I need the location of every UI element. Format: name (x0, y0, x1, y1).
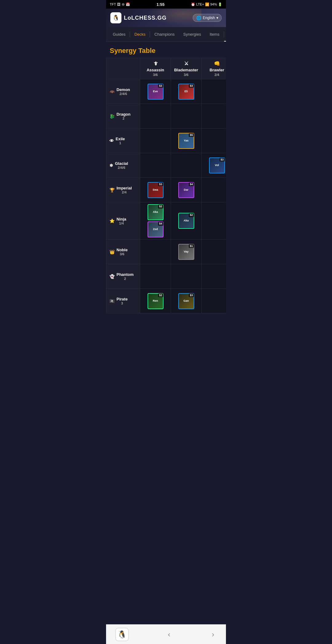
logo-text: LoLCHESS.GG (124, 15, 167, 21)
champion-cost: $5 (189, 133, 194, 137)
col-name-0: Assassin (147, 68, 164, 72)
row-count-1: 2 (117, 117, 131, 120)
col-count-1: 3/6 (184, 73, 188, 77)
app-name: TFT (110, 2, 116, 6)
row-header-demon: 🦇 Demon 2/4/6 (106, 79, 140, 104)
champion-card[interactable]: Aka$2 (178, 213, 194, 229)
row-name-0: Demon (117, 87, 130, 92)
col-header-brawler: 👊 Brawler 2/4 (202, 58, 226, 79)
row-icon-4: 🏆 (109, 188, 115, 193)
synergy-table: 🗡 Assassin 3/6 ⚔ Blademaster 3/6 👊 Brawl… (106, 58, 226, 313)
row-name-6: Noble (117, 248, 128, 252)
photo-icon: 🖼 (117, 2, 121, 6)
cell-1-2 (202, 104, 226, 129)
cell-6-1: Vay$1 (171, 240, 202, 264)
row-name-7: Phantom (117, 272, 134, 277)
nav-item-decks[interactable]: Decks (130, 27, 150, 42)
cell-4-0: Swa$3 (140, 178, 171, 202)
champion-card[interactable]: Eve$3 (148, 84, 164, 100)
row-icon-3: ❄ (109, 163, 113, 168)
champion-cost: $2 (189, 213, 194, 217)
row-header-dragon: 🐉 Dragon 2 (106, 104, 140, 129)
champion-card[interactable]: Aka$2 (148, 204, 164, 220)
champion-card[interactable]: Yas$5 (178, 133, 194, 149)
row-count-3: 2/4/6 (115, 166, 128, 169)
cell-4-2 (202, 178, 226, 202)
status-right: ⏰ LTE+ 📶 94% 🔋 (191, 2, 222, 6)
page-title: Synergy Table (106, 42, 226, 58)
nav-item-champions[interactable]: Champions (150, 27, 179, 42)
nav-item-cheat-sheet[interactable]: Cheat Sheet (224, 27, 226, 42)
champion-card[interactable]: Dar$4 (178, 182, 194, 198)
chevron-down-icon: ▾ (216, 16, 218, 20)
row-name-3: Glacial (115, 161, 128, 166)
cell-5-0: Aka$2Zed$4 (140, 202, 171, 240)
row-count-6: 3/6 (117, 252, 128, 256)
nav-item-synergies[interactable]: Synergies (179, 27, 205, 42)
cell-3-1 (171, 153, 202, 178)
champion-cost: $3 (158, 84, 163, 88)
row-icon-6: 👑 (109, 249, 115, 254)
champion-card[interactable]: Ren$2 (148, 293, 164, 309)
row-count-0: 2/4/6 (117, 92, 130, 96)
col-icon-2: 👊 (214, 61, 220, 66)
champion-card[interactable]: Vay$1 (178, 244, 194, 260)
row-name-4: Imperial (117, 186, 132, 190)
cell-0-0: Eve$3 (140, 79, 171, 104)
cell-1-1 (171, 104, 202, 129)
row-count-5: 1/4 (117, 221, 126, 225)
champion-card[interactable]: Zed$4 (148, 221, 164, 237)
row-header-glacial: ❄ Glacial 2/4/6 (106, 153, 140, 178)
logo: 🐧 LoLCHESS.GG (110, 12, 167, 23)
corner-cell (106, 58, 140, 79)
row-count-8: 3 (117, 301, 128, 305)
col-count-0: 3/6 (153, 73, 158, 77)
col-count-2: 2/4 (215, 73, 219, 77)
logo-icon: 🐧 (110, 12, 121, 23)
cell-2-0 (140, 129, 171, 153)
cell-8-0: Ren$2 (140, 289, 171, 313)
cell-7-0 (140, 264, 171, 289)
champion-cost: $2 (158, 293, 163, 297)
signal-icon: 📶 (205, 2, 209, 6)
nav-bar: GuidesDecksChampionsSynergiesItemsCheat … (106, 27, 226, 42)
battery-label: 94% (210, 2, 217, 6)
row-icon-7: 👻 (109, 274, 115, 279)
col-icon-1: ⚔ (184, 61, 188, 66)
cell-7-2 (202, 264, 226, 289)
cell-6-0 (140, 240, 171, 264)
champion-card[interactable]: Swa$3 (148, 182, 164, 198)
nav-item-guides[interactable]: Guides (109, 27, 130, 42)
cell-0-1: Eli$3 (171, 79, 202, 104)
header: 🐧 LoLCHESS.GG 🌐 English ▾ (106, 9, 226, 27)
nav-item-items[interactable]: Items (205, 27, 224, 42)
minus-icon: ⊖ (122, 2, 124, 6)
cell-0-2 (202, 79, 226, 104)
logo-emoji: 🐧 (113, 14, 119, 21)
col-icon-0: 🗡 (153, 61, 158, 66)
champion-cost: $3 (189, 84, 194, 88)
champion-cost: $3 (189, 293, 194, 297)
status-time: 1:55 (156, 2, 164, 7)
cell-6-2 (202, 240, 226, 264)
row-name-2: Exile (116, 137, 125, 141)
lte-label: LTE+ (196, 2, 204, 6)
globe-icon: 🌐 (196, 15, 201, 20)
row-name-8: Pirate (117, 297, 128, 301)
row-name-1: Dragon (117, 112, 131, 117)
alarm-icon: ⏰ (191, 2, 195, 6)
champion-cost: $3 (219, 158, 224, 162)
champion-card[interactable]: Vol$3 (209, 157, 225, 173)
language-button[interactable]: 🌐 English ▾ (193, 14, 222, 22)
row-icon-5: ⭐ (109, 218, 115, 223)
champion-card[interactable]: Eli$3 (178, 84, 194, 100)
status-left: TFT 🖼 ⊖ 📅 (110, 2, 130, 6)
col-name-1: Blademaster (174, 68, 198, 72)
cell-2-1: Yas$5 (171, 129, 202, 153)
row-count-7: 2 (117, 277, 134, 280)
cell-4-1: Dar$4 (171, 178, 202, 202)
col-header-blademaster: ⚔ Blademaster 3/6 (171, 58, 202, 79)
row-icon-2: 👁 (109, 138, 114, 143)
cell-3-2: Vol$3 (202, 153, 226, 178)
champion-card[interactable]: Gan$3 (178, 293, 194, 309)
